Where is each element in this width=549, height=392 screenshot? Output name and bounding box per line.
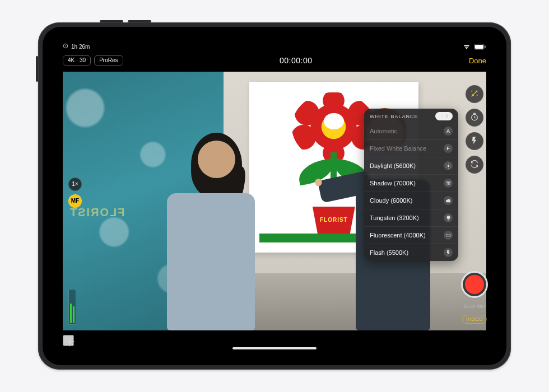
chevron-right-icon [445,113,449,119]
poster-pot-label: FLORIST [320,217,348,223]
svg-point-8 [68,340,71,343]
home-indicator[interactable] [232,347,317,349]
white-balance-option[interactable]: Tungsten (3200K) [364,209,458,226]
wand-icon [470,89,479,100]
resolution-fps-button[interactable]: 4K · 30 [63,55,91,66]
white-balance-more-button[interactable]: ··· [435,112,453,120]
white-balance-option[interactable]: AutomaticA [364,123,458,139]
white-balance-option-icon: F [444,144,453,153]
white-balance-option-label: Shadow (7000K) [370,180,416,186]
svg-point-4 [447,165,449,167]
flip-camera-button[interactable] [466,156,483,174]
svg-rect-2 [475,45,483,49]
white-balance-title: WHITE BALANCE [370,114,418,119]
right-control-column: SLO-MO VIDEO [462,85,487,324]
battery-icon [474,44,486,50]
resolution-label: 4K [68,58,75,63]
more-ellipsis: ··· [439,113,444,119]
timecode-display: 00:00:00 [280,56,313,65]
white-balance-option[interactable]: Cloudy (6000K) [364,192,458,209]
white-balance-option-icon [444,161,453,170]
mode-video-label[interactable]: VIDEO [462,315,487,324]
codec-label: ProRes [99,58,118,63]
timer-icon [470,113,479,123]
done-button[interactable]: Done [469,57,486,65]
zoom-level-button[interactable]: 1× [68,178,82,191]
white-balance-option-label: Daylight (5600K) [370,162,416,169]
white-balance-option-label: Flash (5500K) [370,249,408,256]
white-balance-option-icon [444,231,453,240]
white-balance-option-label: Fixed White Balance [370,145,426,152]
flash-button[interactable] [466,132,483,150]
record-indicator-icon [465,275,484,294]
white-balance-option-icon [444,213,453,222]
white-balance-popover: WHITE BALANCE ··· AutomaticAFixed White … [364,109,458,261]
white-balance-option[interactable]: Shadow (7000K) [364,174,458,192]
status-bar: 1h 26m [55,41,494,52]
white-balance-option[interactable]: Fixed White BalanceF [364,139,458,157]
separator-dot: · [76,58,78,63]
white-balance-option-icon [444,196,453,205]
svg-rect-6 [446,235,450,236]
framerate-label: 30 [80,58,86,63]
svg-rect-3 [485,45,486,48]
mode-slomo-label[interactable]: SLO-MO [464,304,485,309]
white-balance-option-label: Tungsten (3200K) [370,214,419,221]
white-balance-option[interactable]: Flash (5500K) [364,244,458,261]
white-balance-option-icon: A [444,127,453,136]
zoom-level-label: 1× [72,181,78,187]
person-left [156,129,266,330]
white-balance-option-label: Automatic [370,128,397,134]
focus-mode-button[interactable]: MF [68,194,82,208]
gear-icon [64,340,75,349]
white-balance-option-label: Cloudy (6000K) [370,197,412,204]
white-balance-option-label: Fluorescent (4000K) [370,232,426,239]
white-balance-option-icon [444,248,453,257]
focus-mode-label: MF [71,198,79,204]
flash-icon [470,136,479,147]
power-hw-button [36,56,38,82]
timer-button[interactable] [466,109,483,127]
wand-button[interactable] [466,85,483,103]
volume-down-hw-button [128,20,151,22]
top-toolbar: 4K · 30 ProRes 00:00:00 Done [55,53,494,68]
screen: 1h 26m 4K [55,41,494,353]
clock-icon [63,43,68,50]
audio-level-meter [68,289,76,325]
volume-up-hw-button [100,20,123,22]
codec-button[interactable]: ProRes [94,55,123,66]
flip-camera-icon [470,160,479,170]
white-balance-option[interactable]: Fluorescent (4000K) [364,226,458,244]
svg-rect-5 [446,181,450,182]
mirrored-sign: FLORIST [69,206,125,219]
settings-button[interactable] [63,335,74,346]
white-balance-option-icon [444,179,453,188]
white-balance-option[interactable]: Daylight (5600K) [364,157,458,174]
wifi-icon [463,44,471,49]
recording-time-remaining: 1h 26m [71,44,90,50]
record-button[interactable] [461,271,488,298]
ipad-device-frame: 1h 26m 4K [38,22,511,370]
